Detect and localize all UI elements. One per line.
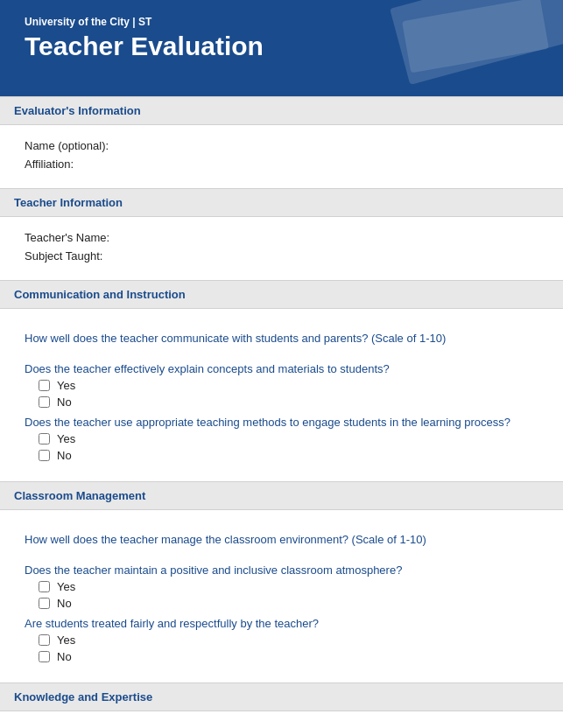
classroom-q1-no[interactable]: No bbox=[39, 597, 538, 610]
communication-q1-options: Yes No bbox=[25, 379, 538, 409]
section-communication-body: How well does the teacher communicate wi… bbox=[0, 318, 563, 481]
classroom-q2-text: Are students treated fairly and respectf… bbox=[25, 617, 538, 630]
classroom-scale-question: How well does the teacher manage the cla… bbox=[25, 533, 538, 546]
communication-q2-yes-checkbox[interactable] bbox=[39, 433, 50, 444]
section-knowledge-body bbox=[0, 720, 563, 728]
page-header: University of the City | ST Teacher Eval… bbox=[0, 0, 563, 96]
evaluator-affiliation-label: Affiliation: bbox=[25, 158, 538, 171]
section-evaluator-info-title: Evaluator's Information bbox=[14, 104, 141, 117]
classroom-q2-no-checkbox[interactable] bbox=[39, 651, 50, 662]
section-teacher-info-title: Teacher Information bbox=[14, 196, 123, 209]
section-knowledge-header: Knowledge and Expertise bbox=[0, 682, 563, 711]
main-content: Evaluator's Information Name (optional):… bbox=[0, 96, 563, 728]
communication-q2-text: Does the teacher use appropriate teachin… bbox=[25, 416, 538, 429]
teacher-subject-label: Subject Taught: bbox=[25, 249, 538, 262]
communication-q1-no-checkbox[interactable] bbox=[39, 396, 50, 408]
classroom-q2-options: Yes No bbox=[25, 634, 538, 663]
section-knowledge-title: Knowledge and Expertise bbox=[14, 690, 152, 704]
classroom-q1-yes[interactable]: Yes bbox=[39, 580, 538, 593]
evaluator-name-label: Name (optional): bbox=[25, 139, 538, 152]
section-teacher-info-header: Teacher Information bbox=[0, 188, 563, 217]
section-evaluator-info-header: Evaluator's Information bbox=[0, 96, 563, 125]
communication-q2-no[interactable]: No bbox=[39, 449, 538, 462]
classroom-q2-yes[interactable]: Yes bbox=[39, 634, 538, 647]
classroom-q2-yes-checkbox[interactable] bbox=[39, 634, 50, 646]
classroom-q1-options: Yes No bbox=[25, 580, 538, 610]
communication-q1-yes[interactable]: Yes bbox=[39, 379, 538, 392]
communication-q1-yes-checkbox[interactable] bbox=[39, 380, 50, 391]
section-classroom-title: Classroom Management bbox=[14, 489, 145, 502]
section-communication-header: Communication and Instruction bbox=[0, 280, 563, 309]
header-title: Teacher Evaluation bbox=[25, 32, 538, 61]
communication-q2-options: Yes No bbox=[25, 432, 538, 462]
classroom-question-2: Are students treated fairly and respectf… bbox=[25, 617, 538, 663]
classroom-q1-yes-checkbox[interactable] bbox=[39, 581, 50, 592]
communication-q2-no-checkbox[interactable] bbox=[39, 450, 50, 461]
teacher-name-label: Teacher's Name: bbox=[25, 231, 538, 244]
communication-scale-question: How well does the teacher communicate wi… bbox=[25, 332, 538, 345]
classroom-q1-no-checkbox[interactable] bbox=[39, 598, 50, 609]
section-communication-title: Communication and Instruction bbox=[14, 288, 186, 301]
communication-q1-no[interactable]: No bbox=[39, 396, 538, 409]
classroom-q2-no[interactable]: No bbox=[39, 650, 538, 663]
section-classroom-body: How well does the teacher manage the cla… bbox=[0, 519, 563, 682]
classroom-question-1: Does the teacher maintain a positive and… bbox=[25, 564, 538, 610]
section-classroom-header: Classroom Management bbox=[0, 481, 563, 510]
communication-q1-text: Does the teacher effectively explain con… bbox=[25, 362, 538, 375]
communication-question-1: Does the teacher effectively explain con… bbox=[25, 362, 538, 409]
section-evaluator-info-body: Name (optional): Affiliation: bbox=[0, 134, 563, 188]
section-teacher-info-body: Teacher's Name: Subject Taught: bbox=[0, 226, 563, 280]
header-subtitle: University of the City | ST bbox=[25, 16, 538, 28]
communication-q2-yes[interactable]: Yes bbox=[39, 432, 538, 445]
communication-question-2: Does the teacher use appropriate teachin… bbox=[25, 416, 538, 462]
classroom-q1-text: Does the teacher maintain a positive and… bbox=[25, 564, 538, 577]
